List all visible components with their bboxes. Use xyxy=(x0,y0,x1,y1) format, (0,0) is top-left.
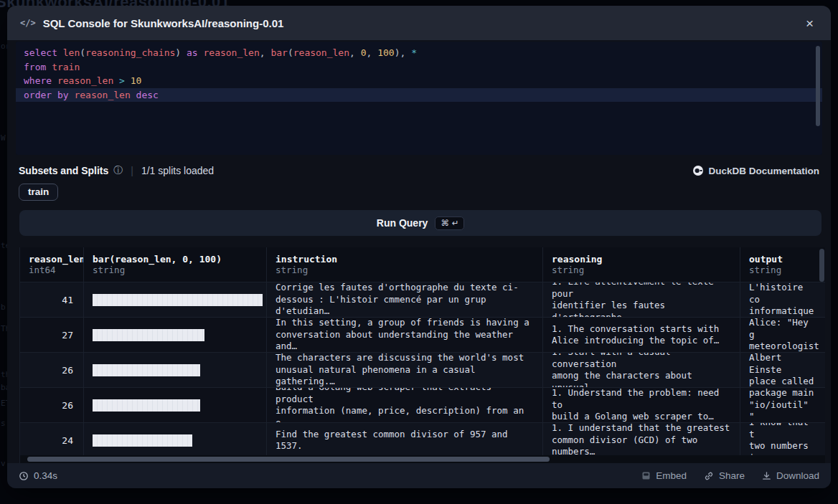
splits-loaded-status: 1/1 splits loaded xyxy=(141,165,214,176)
clock-icon xyxy=(19,471,29,481)
duckdb-documentation-link[interactable]: DuckDB Documentation xyxy=(692,165,819,176)
cell-instruction: Build a Golang web scraper that extracts… xyxy=(266,388,542,422)
code-token: desc xyxy=(136,90,159,100)
code-token: > xyxy=(119,75,125,86)
bar-chart-fill xyxy=(93,364,200,376)
background-text-fragment: v xyxy=(1,459,6,468)
cell-instruction: In this setting, a group of friends is h… xyxy=(266,318,542,352)
code-token: 10 xyxy=(131,75,142,86)
code-token: ) xyxy=(175,47,187,58)
code-token xyxy=(57,47,63,58)
code-token: where xyxy=(24,75,52,86)
bar-chart-fill xyxy=(93,434,192,447)
code-line[interactable]: select len(reasoning_chains) as reason_l… xyxy=(16,46,822,60)
table-row: 41Corrige les fautes d'orthographe du te… xyxy=(20,282,825,317)
code-token xyxy=(131,90,136,100)
editor-scrollbar[interactable] xyxy=(816,46,820,126)
code-line[interactable]: from train xyxy=(16,60,822,75)
code-token: by xyxy=(57,90,69,100)
column-name: output xyxy=(749,254,816,265)
duckdb-logo-icon xyxy=(692,165,704,176)
table-horizontal-scrollbar-track xyxy=(20,455,825,463)
code-token: reason_len xyxy=(74,90,130,100)
code-token: , xyxy=(367,47,378,58)
code-token: ), xyxy=(395,47,411,58)
table-row: 26Build a Golang web scraper that extrac… xyxy=(20,387,825,422)
code-token: select xyxy=(24,47,57,58)
code-token: * xyxy=(411,47,417,58)
download-label: Download xyxy=(776,470,819,481)
column-header-reason-len: reason_lenint64 xyxy=(20,247,83,282)
code-icon: </> xyxy=(20,18,36,28)
column-name: bar(reason_len, 0, 100) xyxy=(93,254,258,265)
code-token: 100 xyxy=(377,47,394,58)
embed-button[interactable]: Embed xyxy=(641,470,687,481)
column-header-instruction: instructionstring xyxy=(266,247,542,282)
query-execution-time: 0.34s xyxy=(19,470,57,481)
subsets-splits-label: Subsets and Splits xyxy=(19,165,108,176)
column-header-reasoning: reasoningstring xyxy=(542,247,740,282)
close-icon[interactable]: × xyxy=(801,15,818,32)
run-query-button[interactable]: Run Query ⌘ ↵ xyxy=(19,210,821,236)
column-type: string xyxy=(93,265,258,275)
modal-title: SQL Console for SkunkworksAI/reasoning-0… xyxy=(43,17,284,29)
table-row: 27In this setting, a group of friends is… xyxy=(20,317,825,352)
code-token: as xyxy=(187,47,198,58)
share-button[interactable]: Share xyxy=(704,470,745,481)
code-line[interactable]: where reason_len > 10 xyxy=(16,74,822,88)
cell-reasoning: 1. Start with a casual conversation amon… xyxy=(542,353,740,387)
link-icon xyxy=(704,471,714,481)
code-token: 0 xyxy=(361,47,367,58)
cell-output: L'histoire co informatique xyxy=(740,282,825,317)
code-token: train xyxy=(52,62,80,72)
cell-bar xyxy=(83,318,266,352)
info-icon[interactable]: ⓘ xyxy=(113,164,123,177)
cell-reasoning: 1. Understand the problem: need to build… xyxy=(542,388,740,422)
code-token: from xyxy=(24,62,46,72)
keyboard-shortcut-badge: ⌘ ↵ xyxy=(435,217,464,230)
sql-editor[interactable]: select len(reasoning_chains) as reason_l… xyxy=(16,42,822,155)
cell-instruction: Find the greatest common divisor of 957 … xyxy=(266,423,542,457)
download-icon xyxy=(762,471,771,480)
cell-output: Alice: "Hey g meteorologist xyxy=(740,318,825,352)
column-name: instruction xyxy=(276,254,534,265)
cell-reason-len: 24 xyxy=(20,423,83,457)
divider: | xyxy=(131,165,133,176)
code-token: order xyxy=(24,90,52,100)
cell-bar xyxy=(83,423,266,457)
code-token: , xyxy=(260,47,271,58)
table-row: 26The characters are discussing the worl… xyxy=(20,352,825,387)
background-text-fragment: W xyxy=(1,133,6,143)
code-token: reason_len xyxy=(57,75,113,86)
code-token: reason_len xyxy=(293,47,349,58)
results-table: reason_lenint64bar(reason_len, 0, 100)st… xyxy=(19,247,825,463)
column-type: string xyxy=(552,265,731,275)
table-vertical-scrollbar[interactable] xyxy=(819,249,824,282)
table-horizontal-scrollbar[interactable] xyxy=(27,457,550,462)
background-text-fragment: s xyxy=(1,419,6,428)
code-line[interactable]: order by reason_len desc xyxy=(16,88,822,103)
code-token xyxy=(113,75,119,86)
column-type: string xyxy=(276,265,534,275)
code-token: ( xyxy=(288,47,293,58)
cell-bar xyxy=(83,388,266,422)
code-token: bar xyxy=(270,47,287,58)
bar-chart-fill xyxy=(93,294,263,306)
embed-icon xyxy=(641,471,651,480)
cell-reasoning: 1. Lire attentivement le texte pour iden… xyxy=(542,282,740,317)
code-token: , xyxy=(349,47,361,58)
bar-chart-fill xyxy=(93,399,200,412)
column-header-bar-reason-len-0-100-: bar(reason_len, 0, 100)string xyxy=(83,247,266,282)
code-token xyxy=(52,90,57,100)
code-token xyxy=(125,75,131,86)
download-button[interactable]: Download xyxy=(762,470,819,481)
cell-instruction: Corrige les fautes d'orthographe du text… xyxy=(266,282,542,317)
sql-editor-code: select len(reasoning_chains) as reason_l… xyxy=(16,46,822,102)
cell-reasoning: 1. I understand that the greatest common… xyxy=(542,423,740,457)
column-name: reason_len xyxy=(29,254,75,265)
column-header-output: outputstring xyxy=(740,247,825,282)
cell-reason-len: 27 xyxy=(20,318,83,352)
embed-label: Embed xyxy=(656,470,687,481)
duckdb-documentation-label: DuckDB Documentation xyxy=(708,166,819,176)
split-chip-train[interactable]: train xyxy=(19,184,58,201)
